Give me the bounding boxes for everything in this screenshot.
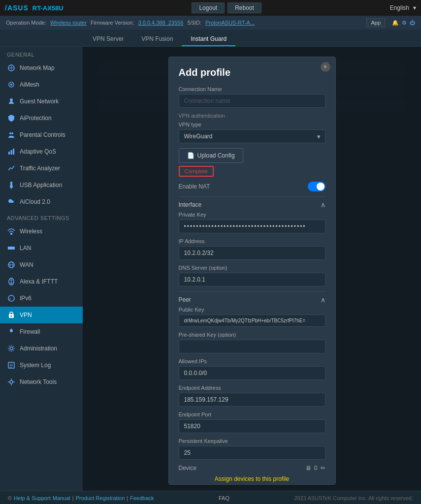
sidebar-item-adaptive-qos[interactable]: Adaptive QoS (0, 143, 83, 160)
tab-instant-guard[interactable]: Instant Guard (182, 32, 235, 46)
sidebar-item-label: IPv6 (20, 295, 32, 302)
sidebar-item-vpn[interactable]: VPN (0, 307, 83, 323)
manual-link[interactable]: Manual (53, 495, 70, 501)
sidebar-item-guest-network[interactable]: Guest Network (0, 93, 83, 110)
sidebar-item-label: Wireless (20, 228, 42, 235)
sidebar-item-aimesh[interactable]: AiMesh (0, 76, 83, 93)
product-registration-link[interactable]: Product Registration (76, 495, 125, 501)
connection-name-input[interactable] (179, 94, 325, 108)
sidebar-item-system-log[interactable]: System Log (0, 357, 83, 374)
toggle-knob (317, 183, 324, 190)
sidebar-item-traffic-analyzer[interactable]: Traffic Analyzer (0, 160, 83, 177)
sidebar-item-label: VPN (20, 312, 32, 318)
dns-server-input[interactable] (179, 273, 325, 286)
separator-2: | (127, 495, 128, 501)
traffic-analyzer-icon (7, 164, 16, 173)
sidebar-item-aiprotection[interactable]: AiProtection (0, 110, 83, 126)
tabs-bar: VPN Server VPN Fusion Instant Guard (0, 30, 421, 47)
allowed-ips-input[interactable] (179, 366, 325, 380)
main-content: × Add profile Connection Name VPN authen… (83, 47, 421, 491)
vpn-type-group: VPN type WireGuard ▾ (179, 122, 325, 143)
preshared-key-input[interactable] (179, 340, 325, 353)
sidebar-item-label: Alexa & IFTTT (20, 278, 58, 285)
firmware-version[interactable]: 3.0.0.4.388_23556 (138, 20, 184, 26)
connection-name-label: Connection Name (179, 86, 325, 92)
public-key-input[interactable] (179, 315, 325, 327)
power-icon[interactable]: ⏻ (410, 20, 415, 26)
vpn-type-select[interactable]: WireGuard (179, 129, 325, 143)
feedback-link[interactable]: Feedback (130, 495, 154, 501)
upload-config-label: Upload Config (197, 152, 235, 159)
tab-vpn-fusion[interactable]: VPN Fusion (132, 32, 182, 46)
peer-label: Peer (179, 296, 191, 303)
vpn-icon (7, 311, 16, 319)
ipv6-icon: 6 (7, 294, 16, 303)
lan-icon (7, 244, 16, 252)
chevron-down-icon[interactable]: ▾ (413, 4, 416, 11)
peer-chevron-icon[interactable]: ∧ (321, 296, 325, 304)
svg-rect-6 (11, 150, 12, 155)
sidebar-item-firewall[interactable]: Firewall (0, 323, 83, 340)
ssid-value[interactable]: ProtonASUS-RT-A... (205, 20, 255, 26)
top-bar: /ASUS RT-AX58U Logout Reboot English ▾ (0, 0, 421, 16)
sidebar-item-label: Firewall (20, 328, 40, 335)
aicloud-icon (7, 197, 16, 206)
sidebar-item-network-map[interactable]: Network Map (0, 60, 83, 76)
sidebar-item-lan[interactable]: LAN (0, 240, 83, 256)
endpoint-port-group: Endpoint Port (179, 411, 325, 433)
interface-section-header: Interface ∧ (179, 196, 325, 209)
svg-rect-5 (8, 152, 10, 155)
private-key-input[interactable] (179, 220, 325, 233)
complete-button[interactable]: Complete (179, 166, 214, 177)
persistent-keepalive-input[interactable] (179, 446, 325, 460)
interface-chevron-icon[interactable]: ∧ (321, 201, 325, 209)
asus-logo: /ASUS (5, 4, 29, 12)
sidebar-item-label: Guest Network (20, 98, 59, 105)
upload-config-button[interactable]: 📄 Upload Config (179, 148, 243, 163)
sidebar-item-network-tools[interactable]: Network Tools (0, 374, 83, 390)
sidebar-item-usb-application[interactable]: USB Application (0, 177, 83, 193)
sidebar-item-ipv6[interactable]: 6 IPv6 (0, 290, 83, 307)
device-edit-icon[interactable]: ✏ (321, 465, 325, 472)
dns-server-group: DNS Server (option) (179, 265, 325, 286)
svg-point-22 (11, 315, 12, 317)
operation-mode-link[interactable]: Wireless router (50, 20, 87, 26)
footer-left: © Help & Support Manual | Product Regist… (8, 495, 154, 501)
ip-address-group: IP Address (179, 238, 325, 260)
top-bar-buttons: Logout Reboot (192, 2, 261, 13)
sidebar-item-alexa-ifttt[interactable]: Alexa & IFTTT (0, 273, 83, 290)
sidebar-item-label: WAN (20, 261, 33, 268)
usb-application-icon (7, 181, 16, 189)
notification-icon[interactable]: 🔔 (392, 20, 399, 26)
tab-vpn-server[interactable]: VPN Server (84, 32, 132, 46)
settings-icon[interactable]: ⚙ (402, 20, 407, 26)
logout-button[interactable]: Logout (192, 2, 225, 13)
svg-rect-7 (13, 149, 14, 155)
preshared-key-label: Pre-shared Key (option) (179, 332, 325, 338)
ip-address-input[interactable] (179, 246, 325, 260)
sidebar-item-administration[interactable]: Administration (0, 340, 83, 357)
reboot-button[interactable]: Reboot (227, 2, 261, 13)
status-icons: 🔔 ⚙ ⏻ (392, 20, 415, 26)
private-key-group: Private Key (179, 212, 325, 233)
vpn-type-label: VPN type (179, 122, 325, 127)
faq-label[interactable]: FAQ (219, 495, 229, 501)
wireless-icon (7, 227, 16, 236)
sidebar-item-wireless[interactable]: Wireless (0, 223, 83, 240)
modal-close-button[interactable]: × (321, 62, 330, 72)
help-support-link[interactable]: Help & Support (14, 495, 51, 501)
sidebar-item-wan[interactable]: WAN (0, 256, 83, 273)
wan-icon (7, 260, 16, 269)
assign-devices-link[interactable]: Assign devices to this profile (179, 475, 325, 482)
sidebar-item-parental-controls[interactable]: Parental Controls (0, 126, 83, 143)
app-button[interactable]: App (366, 18, 385, 27)
endpoint-address-input[interactable] (179, 393, 325, 407)
enable-nat-toggle[interactable] (308, 182, 325, 191)
svg-point-23 (10, 347, 13, 350)
sidebar-item-aicloud[interactable]: AiCloud 2.0 (0, 193, 83, 210)
dns-server-label: DNS Server (option) (179, 265, 325, 271)
sidebar-item-label: LAN (20, 245, 31, 252)
aiprotection-icon (7, 114, 16, 123)
endpoint-port-input[interactable] (179, 419, 325, 433)
firewall-icon (7, 327, 16, 336)
